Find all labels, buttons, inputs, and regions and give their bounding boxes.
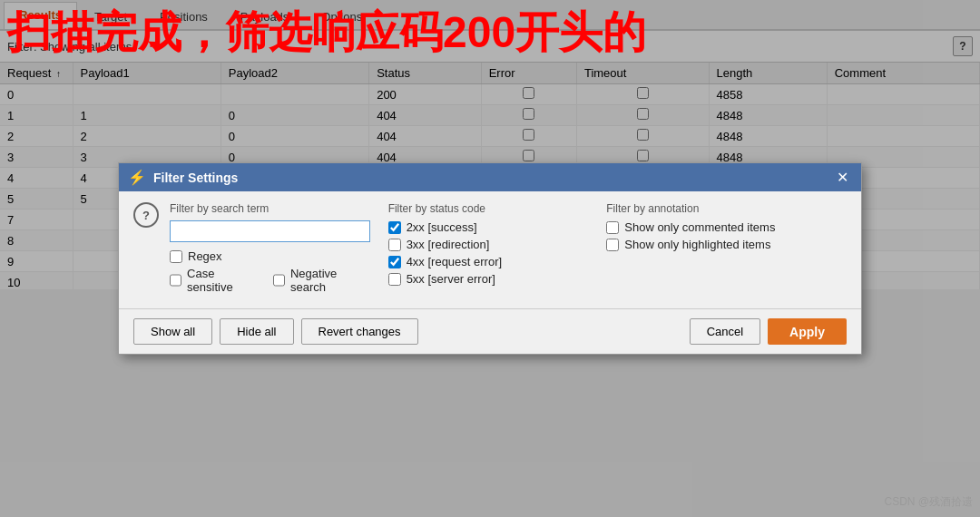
search-term-section: Filter by search term Regex Case sensiti… <box>170 202 370 298</box>
annotation-options: Show only commented items Show only high… <box>606 220 847 251</box>
dialog-help: ? <box>133 202 159 298</box>
annotation-label[interactable]: Show only highlighted items <box>624 238 770 251</box>
footer-right-buttons: Cancel Apply <box>690 318 847 345</box>
status-code-option: 4xx [request error] <box>388 255 589 268</box>
annotation-checkbox[interactable] <box>606 239 619 251</box>
status-code-section: Filter by status code 2xx [success] 3xx … <box>388 202 589 298</box>
negative-search-label[interactable]: Negative search <box>290 267 370 294</box>
search-term-input[interactable] <box>170 220 370 242</box>
negative-search-row: Negative search <box>273 267 370 294</box>
dialog-titlebar: ⚡ Filter Settings ✕ <box>119 163 861 191</box>
case-sensitive-row: Case sensitive <box>170 267 259 294</box>
status-label[interactable]: 4xx [request error] <box>407 255 503 268</box>
status-label[interactable]: 5xx [server error] <box>407 272 495 286</box>
case-sensitive-checkbox[interactable] <box>170 274 181 287</box>
regex-label[interactable]: Regex <box>188 249 222 263</box>
filter-icon: ⚡ <box>128 169 146 186</box>
regex-row: Regex <box>170 249 370 263</box>
status-code-option: 5xx [server error] <box>388 272 589 286</box>
annotation-section: Filter by annotation Show only commented… <box>606 202 847 298</box>
case-sensitive-label[interactable]: Case sensitive <box>187 267 259 294</box>
dialog-title-text: Filter Settings <box>153 171 238 185</box>
dialog-close-button[interactable]: ✕ <box>833 169 852 186</box>
status-checkbox[interactable] <box>388 221 401 234</box>
status-checkbox[interactable] <box>388 273 401 286</box>
cancel-button[interactable]: Cancel <box>690 318 760 345</box>
revert-changes-button[interactable]: Revert changes <box>301 318 418 345</box>
annotation-checkbox[interactable] <box>606 221 619 234</box>
apply-button[interactable]: Apply <box>768 318 847 345</box>
regex-checkbox[interactable] <box>170 250 182 263</box>
dialog-help-button[interactable]: ? <box>133 202 159 228</box>
status-label[interactable]: 2xx [success] <box>407 220 477 234</box>
dialog-body: ? Filter by search term Regex Case sensi… <box>119 191 861 308</box>
dialog-title-left: ⚡ Filter Settings <box>128 169 238 186</box>
annotation-option: Show only commented items <box>606 220 847 234</box>
status-code-option: 2xx [success] <box>388 220 589 234</box>
extra-checkboxes: Case sensitive Negative search <box>170 267 370 298</box>
status-code-option: 3xx [redirection] <box>388 238 589 251</box>
show-all-button[interactable]: Show all <box>133 318 212 345</box>
status-code-title: Filter by status code <box>388 202 589 215</box>
filter-dialog: ⚡ Filter Settings ✕ ? Filter by search t… <box>118 162 862 355</box>
negative-search-checkbox[interactable] <box>273 274 285 287</box>
annotation-option: Show only highlighted items <box>606 238 847 251</box>
annotation-title: Filter by annotation <box>606 202 847 215</box>
dialog-sections: Filter by search term Regex Case sensiti… <box>170 202 847 298</box>
search-term-title: Filter by search term <box>170 202 370 215</box>
hide-all-button[interactable]: Hide all <box>220 318 293 345</box>
status-code-options: 2xx [success] 3xx [redirection] 4xx [req… <box>388 220 589 286</box>
status-checkbox[interactable] <box>388 256 401 268</box>
dialog-overlay: ⚡ Filter Settings ✕ ? Filter by search t… <box>0 0 980 517</box>
dialog-footer: Show all Hide all Revert changes Cancel … <box>119 308 861 354</box>
annotation-label[interactable]: Show only commented items <box>624 220 775 234</box>
footer-left-buttons: Show all Hide all Revert changes <box>133 318 418 345</box>
status-checkbox[interactable] <box>388 239 401 251</box>
status-label[interactable]: 3xx [redirection] <box>407 238 490 251</box>
